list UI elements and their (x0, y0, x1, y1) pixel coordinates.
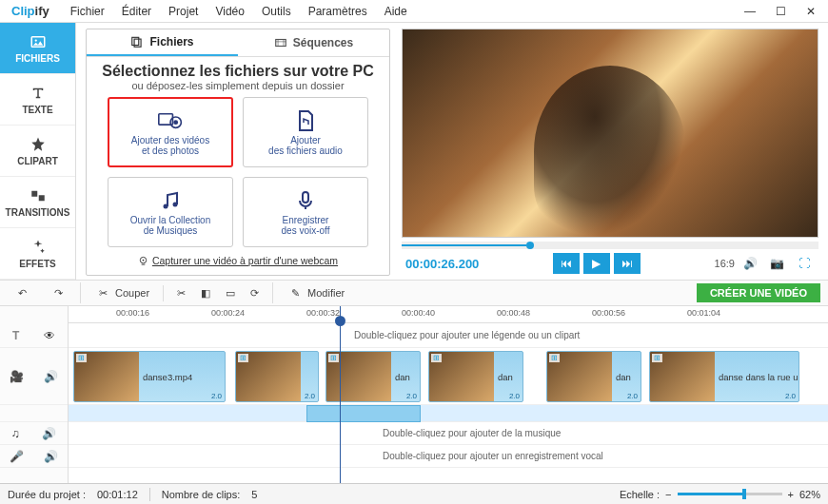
track-head-voice: 🎤 🔊 (0, 445, 68, 468)
voice-track[interactable]: Double-cliquez pour ajouter un enregistr… (69, 445, 828, 468)
selection-track[interactable] (69, 405, 828, 422)
scale-label: Echelle : (620, 489, 660, 500)
svg-point-1 (34, 39, 36, 41)
sidebar-item-clipart[interactable]: CLIPART (0, 126, 75, 177)
trim-button[interactable]: ▭ (220, 285, 241, 301)
play-button[interactable]: ▶ (583, 253, 610, 274)
timecode: 00:00:26.200 (405, 257, 479, 271)
track-head-music: ♫ 🔊 (0, 422, 68, 445)
scale-minus[interactable]: − (665, 489, 671, 500)
preview-panel: 00:00:26.200 ⏮ ▶ ⏭ 16:9 🔊 📷 ⛶ (402, 29, 818, 276)
selection-range[interactable] (306, 405, 421, 422)
clipcount-label: Nombre de clips: (162, 489, 241, 500)
webcam-link[interactable]: Capturer une vidéo à partir d'une webcam (87, 255, 389, 266)
modify-button[interactable]: ✎Modifier (281, 282, 350, 303)
menu-parametres[interactable]: Paramètres (301, 3, 375, 20)
mic-icon (293, 189, 318, 212)
music-track[interactable]: Double-cliquez pour ajouter de la musiqu… (69, 422, 828, 445)
main-menu: Fichier Éditer Projet Vidéo Outils Param… (63, 3, 415, 20)
tab-fichiers[interactable]: Fichiers (87, 29, 238, 56)
tab-sequences[interactable]: Séquences (238, 29, 389, 56)
minimize-button[interactable]: — (737, 2, 763, 21)
timeline-clip[interactable]: ⊞danse3.mp42.0 (73, 351, 226, 402)
timeline-clip[interactable]: ⊞danse dans la rue un soir d'2.0 (649, 351, 799, 402)
volume-icon[interactable]: 🔊 (44, 450, 58, 463)
statusbar: Durée du projet : 00:01:12 Nombre de cli… (0, 483, 828, 504)
files-headline: Sélectionnez les fichiers sur votre PC (87, 63, 389, 80)
svg-rect-2 (31, 190, 37, 196)
titlebar: Clipify Fichier Éditer Projet Vidéo Outi… (0, 0, 828, 23)
text-track[interactable]: Double-cliquez pour ajouter une légende … (69, 323, 828, 348)
menu-fichier[interactable]: Fichier (63, 3, 112, 20)
video-track[interactable]: ⊞danse3.mp42.0⊞2.0⊞dan2.0⊞dan2.0⊞dan2.0⊞… (69, 348, 828, 405)
menu-aide[interactable]: Aide (377, 3, 415, 20)
files-subhead: ou déposez-les simplement depuis un doss… (87, 80, 389, 91)
star-icon (30, 136, 47, 153)
crop-button[interactable]: ◧ (195, 285, 216, 301)
camera-icon: 🎥 (10, 370, 24, 383)
duration-label: Durée du projet : (8, 489, 86, 500)
files-icon (130, 35, 144, 48)
tile-music-collection[interactable]: Ouvrir la Collectionde Musiques (108, 177, 233, 247)
sidebar-item-texte[interactable]: TEXTE (0, 74, 75, 126)
scissors-button[interactable]: ✂ (171, 285, 191, 301)
rotate-button[interactable]: ⟳ (245, 285, 265, 301)
timeline-clip[interactable]: ⊞dan2.0 (428, 351, 523, 402)
cut-label: Couper (115, 287, 149, 299)
scale-plus[interactable]: + (788, 489, 794, 500)
sidebar-label: EFFETS (19, 259, 55, 269)
duration-value: 00:01:12 (97, 489, 138, 500)
scale-slider[interactable] (678, 493, 782, 495)
clipcount-value: 5 (251, 489, 257, 500)
aspect-ratio: 16:9 (715, 258, 735, 269)
time-ruler[interactable]: 00:00:16 00:00:24 00:00:32 00:00:40 00:0… (69, 306, 828, 323)
scrub-bar[interactable] (402, 242, 818, 249)
scale-value: 62% (799, 489, 820, 500)
playhead[interactable] (340, 306, 341, 483)
volume-icon[interactable]: 🔊 (44, 370, 58, 383)
sparkle-icon (30, 239, 47, 256)
webcam-icon (138, 256, 148, 266)
create-video-button[interactable]: CRÉER UNE VIDÉO (697, 283, 820, 302)
sidebar-item-effets[interactable]: EFFETS (0, 228, 75, 280)
volume-icon[interactable]: 🔊 (42, 427, 56, 440)
visibility-icon[interactable]: 👁 (44, 329, 55, 342)
prev-button[interactable]: ⏮ (553, 253, 580, 274)
menu-projet[interactable]: Projet (161, 3, 206, 20)
next-button[interactable]: ⏭ (614, 253, 641, 274)
timeline-clip[interactable]: ⊞2.0 (235, 351, 319, 402)
track-headers: T 👁 🎥 🔊 ♫ 🔊 🎤 🔊 (0, 306, 69, 483)
redo-button[interactable]: ↷ (44, 282, 72, 303)
sidebar-label: TEXTE (22, 105, 52, 115)
svg-point-9 (173, 120, 178, 125)
app-logo: Clipify (4, 4, 57, 18)
timeline-body[interactable]: 00:00:16 00:00:24 00:00:32 00:00:40 00:0… (69, 306, 828, 483)
sidebar-label: TRANSITIONS (6, 207, 70, 218)
modify-label: Modifier (307, 287, 345, 299)
video-preview[interactable] (402, 29, 818, 238)
tile-voiceover[interactable]: Enregistrerdes voix-off (243, 177, 368, 247)
menu-editer[interactable]: Éditer (114, 3, 159, 20)
files-panel: Fichiers Séquences Sélectionnez les fich… (86, 29, 390, 276)
track-head-video: 🎥 🔊 (0, 348, 68, 405)
tile-add-video-photo[interactable]: Ajouter des vidéoset des photos (108, 97, 233, 167)
timeline-clip[interactable]: ⊞dan2.0 (546, 351, 641, 402)
close-button[interactable]: ✕ (798, 2, 824, 21)
snapshot-icon[interactable]: 📷 (767, 254, 788, 273)
window-controls: — ☐ ✕ (737, 2, 824, 21)
mic-icon: 🎤 (10, 450, 24, 463)
maximize-button[interactable]: ☐ (767, 2, 794, 21)
cut-button[interactable]: ✂Couper (89, 282, 155, 303)
svg-point-11 (173, 202, 178, 206)
picture-icon (30, 33, 47, 50)
tile-add-audio[interactable]: Ajouterdes fichiers audio (243, 97, 368, 167)
undo-button[interactable]: ↶ (8, 282, 36, 303)
track-head-text: T 👁 (0, 323, 68, 348)
volume-icon[interactable]: 🔊 (740, 254, 761, 273)
edit-toolbar: ↶ ↷ ✂Couper ✂ ◧ ▭ ⟳ ✎Modifier CRÉER UNE … (0, 280, 828, 306)
fullscreen-icon[interactable]: ⛶ (794, 254, 815, 273)
sidebar-item-fichiers[interactable]: FICHIERS (0, 23, 75, 74)
menu-video[interactable]: Vidéo (207, 3, 251, 20)
sidebar-item-transitions[interactable]: TRANSITIONS (0, 177, 75, 228)
menu-outils[interactable]: Outils (254, 3, 299, 20)
